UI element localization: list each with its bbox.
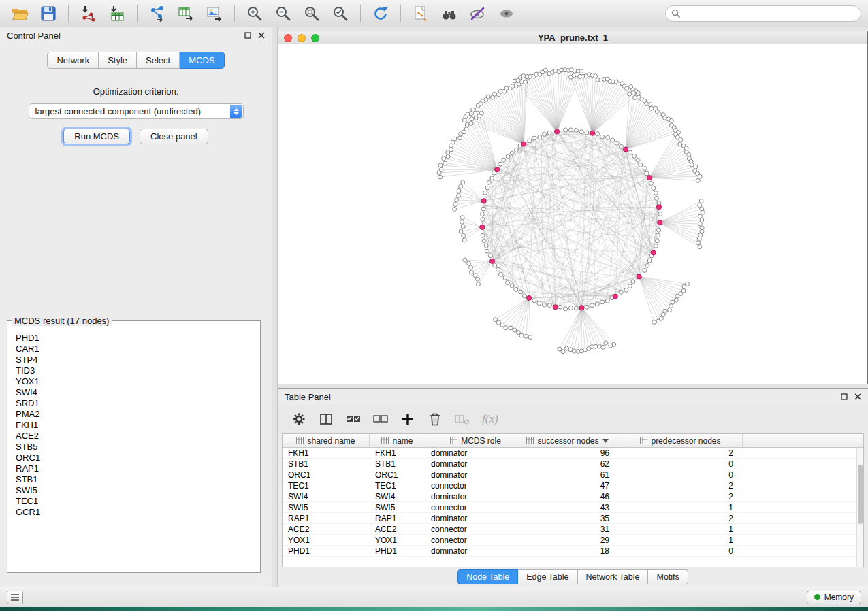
network-leaf-node[interactable] — [456, 193, 460, 197]
dominator-node[interactable] — [613, 294, 617, 299]
network-leaf-node[interactable] — [492, 92, 496, 96]
table-row[interactable]: FKH1FKH1dominator962 — [283, 448, 863, 459]
table-row[interactable]: ACE2ACE2connector311 — [283, 524, 863, 535]
network-leaf-node[interactable] — [658, 112, 662, 116]
dominator-node[interactable] — [489, 259, 494, 263]
result-item[interactable]: SWI4 — [16, 387, 252, 398]
network-node[interactable] — [503, 276, 507, 280]
deselect-all-button[interactable] — [369, 409, 392, 429]
table-row[interactable]: PHD1PHD1dominator180 — [283, 546, 863, 557]
network-leaf-node[interactable] — [565, 346, 569, 350]
table-row[interactable]: STB1STB1dominator620 — [283, 459, 863, 469]
dominator-node[interactable] — [590, 131, 595, 135]
table-row[interactable]: TEC1TEC1connector472 — [283, 480, 863, 491]
network-leaf-node[interactable] — [669, 304, 673, 308]
network-node[interactable] — [522, 294, 526, 298]
network-leaf-node[interactable] — [455, 198, 459, 202]
network-node[interactable] — [595, 302, 599, 306]
table-row[interactable]: SWI5SWI5connector431 — [283, 502, 863, 513]
dominator-node[interactable] — [647, 176, 652, 180]
network-node[interactable] — [652, 186, 656, 190]
tab-network[interactable]: Network — [47, 52, 99, 69]
network-leaf-node[interactable] — [656, 319, 660, 323]
result-item[interactable]: ORC1 — [16, 452, 252, 463]
network-node[interactable] — [528, 139, 532, 143]
tab-node-table[interactable]: Node Table — [457, 569, 518, 584]
network-leaf-node[interactable] — [461, 225, 465, 229]
network-node[interactable] — [564, 128, 568, 132]
network-node[interactable] — [636, 158, 640, 162]
network-leaf-node[interactable] — [696, 241, 701, 245]
network-leaf-node[interactable] — [459, 184, 463, 188]
dominator-node[interactable] — [623, 147, 628, 152]
network-leaf-node[interactable] — [466, 112, 470, 116]
network-leaf-node[interactable] — [458, 136, 462, 140]
show-hide-button[interactable] — [494, 3, 519, 24]
close-panel-icon[interactable] — [258, 32, 265, 39]
network-node[interactable] — [657, 228, 661, 232]
filter-view-button[interactable] — [465, 3, 491, 24]
table-settings-button[interactable] — [287, 409, 310, 429]
result-item[interactable]: STP4 — [16, 354, 252, 365]
network-leaf-node[interactable] — [636, 91, 640, 95]
network-node[interactable] — [514, 287, 518, 291]
network-node[interactable] — [600, 300, 605, 304]
network-node[interactable] — [510, 151, 514, 155]
network-node[interactable] — [585, 305, 589, 309]
network-node[interactable] — [643, 167, 647, 171]
network-leaf-node[interactable] — [473, 274, 477, 278]
window-minimize-button[interactable] — [298, 34, 306, 42]
table-row[interactable]: RAP1RAP1dominator352 — [283, 513, 863, 524]
network-node[interactable] — [658, 212, 662, 216]
network-leaf-node[interactable] — [471, 108, 475, 112]
network-leaf-node[interactable] — [470, 117, 474, 121]
network-leaf-node[interactable] — [439, 167, 443, 171]
network-leaf-node[interactable] — [594, 74, 598, 78]
network-node[interactable] — [585, 131, 589, 135]
network-node[interactable] — [654, 191, 658, 195]
result-item[interactable]: ACE2 — [16, 431, 252, 442]
network-node[interactable] — [645, 171, 649, 176]
save-session-button[interactable] — [35, 3, 61, 24]
network-node[interactable] — [647, 259, 652, 263]
dominator-node[interactable] — [481, 199, 486, 203]
network-node[interactable] — [632, 154, 637, 158]
network-leaf-node[interactable] — [543, 68, 547, 72]
open-session-button[interactable] — [7, 3, 33, 24]
network-node[interactable] — [505, 281, 509, 285]
result-item[interactable]: TID3 — [16, 365, 252, 376]
search-input[interactable] — [684, 9, 855, 18]
network-node[interactable] — [590, 303, 594, 308]
network-node[interactable] — [547, 131, 551, 135]
network-leaf-node[interactable] — [648, 103, 652, 107]
clone-network-button[interactable] — [408, 3, 434, 24]
dominator-node[interactable] — [554, 129, 559, 134]
network-node[interactable] — [519, 290, 523, 294]
network-node[interactable] — [481, 217, 485, 221]
function-builder-button[interactable]: f(x) — [478, 412, 502, 426]
network-node[interactable] — [542, 132, 546, 136]
network-leaf-node[interactable] — [446, 154, 450, 159]
dominator-node[interactable] — [527, 295, 532, 300]
table-row[interactable]: ORC1ORC1dominator610 — [283, 469, 863, 480]
network-leaf-node[interactable] — [579, 69, 583, 73]
network-node[interactable] — [574, 128, 578, 132]
network-leaf-node[interactable] — [442, 156, 446, 161]
network-leaf-node[interactable] — [460, 220, 464, 224]
network-leaf-node[interactable] — [700, 226, 704, 230]
network-leaf-node[interactable] — [632, 90, 636, 95]
network-leaf-node[interactable] — [699, 199, 703, 203]
dominator-node[interactable] — [658, 220, 662, 225]
delete-column-button[interactable] — [423, 409, 447, 429]
network-node[interactable] — [600, 135, 605, 139]
network-leaf-node[interactable] — [519, 333, 524, 337]
network-node[interactable] — [480, 212, 484, 216]
network-node[interactable] — [649, 181, 654, 185]
network-leaf-node[interactable] — [609, 344, 613, 348]
network-leaf-node[interactable] — [668, 308, 672, 312]
network-leaf-node[interactable] — [524, 334, 528, 338]
dominator-node[interactable] — [553, 305, 558, 310]
network-node[interactable] — [615, 141, 619, 145]
network-node[interactable] — [493, 263, 497, 267]
column-header-predecessor-nodes[interactable]: predecessor nodes — [628, 434, 743, 447]
